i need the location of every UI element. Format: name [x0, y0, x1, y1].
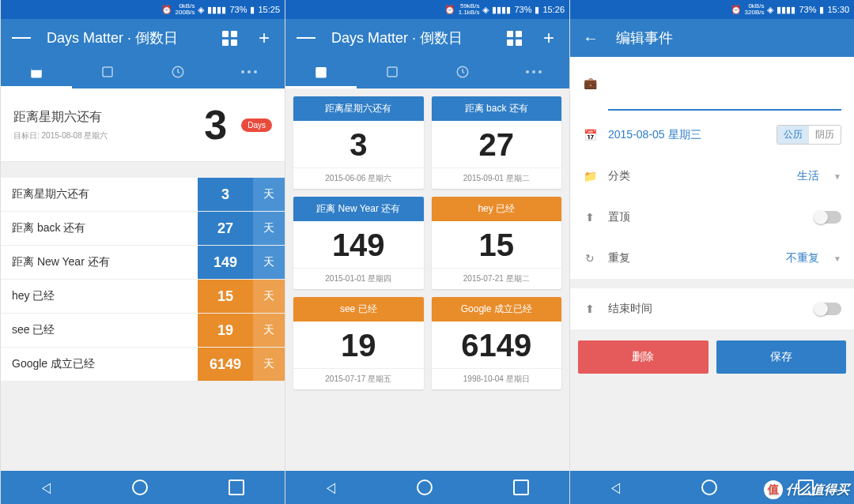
- list-label: Google 成立已经: [1, 348, 198, 381]
- event-card[interactable]: Google 成立已经 6149 1998-10-04 星期日: [432, 297, 562, 389]
- list-item[interactable]: see 已经 19 天: [1, 314, 285, 348]
- list-count: 15: [198, 280, 253, 313]
- grid-toggle-icon[interactable]: [504, 28, 523, 47]
- event-card[interactable]: 距离 New Year 还有 149 2015-01-01 星期四: [293, 197, 424, 289]
- repeat-row[interactable]: ↻ 重复 不重复▼: [570, 238, 854, 279]
- list-count: 149: [198, 246, 253, 279]
- card-count: 19: [293, 322, 424, 368]
- event-name-input[interactable]: [608, 106, 841, 111]
- event-card-grid: 距离星期六还有 3 2015-06-06 星期六距离 back 还有 27 20…: [285, 88, 569, 397]
- watermark: 值 什么值得买: [764, 480, 849, 499]
- event-list: 距离星期六还有 3 天距离 back 还有 27 天距离 New Year 还有…: [1, 178, 285, 382]
- list-unit: 天: [253, 280, 285, 313]
- list-item[interactable]: 距离 New Year 还有 149 天: [1, 246, 285, 280]
- end-switch[interactable]: [814, 303, 841, 315]
- card-date: 2015-07-21 星期二: [432, 268, 562, 289]
- nav-recent[interactable]: [513, 480, 529, 495]
- category-row[interactable]: 📁 分类 生活▼: [570, 156, 854, 197]
- status-bar: ⏰ 0kB/s200B/s ◈ ▮▮▮▮ 73% ▮ 15:25: [1, 0, 285, 19]
- days-badge: Days: [241, 118, 272, 132]
- nav-home[interactable]: [417, 480, 433, 495]
- card-date: 1998-10-04 星期日: [432, 368, 562, 389]
- event-card[interactable]: 距离 back 还有 27 2015-09-01 星期二: [432, 96, 562, 189]
- list-count: 19: [198, 314, 253, 347]
- nav-home[interactable]: [701, 480, 717, 495]
- card-count: 6149: [432, 322, 562, 368]
- nav-back[interactable]: ◁: [327, 479, 335, 496]
- tab-more[interactable]: [214, 57, 285, 88]
- list-item[interactable]: Google 成立已经 6149 天: [1, 348, 285, 382]
- pin-icon: ⬆: [583, 210, 597, 224]
- alarm-icon: ⏰: [161, 5, 172, 15]
- tab-calendar[interactable]: [285, 57, 357, 88]
- list-unit: 天: [253, 314, 285, 347]
- end-icon: ⬆: [583, 302, 597, 316]
- date-value: 2015-08-05 星期三: [608, 128, 765, 142]
- list-item[interactable]: 距离 back 还有 27 天: [1, 212, 285, 246]
- signal-icon: ▮▮▮▮: [207, 5, 226, 15]
- event-card[interactable]: 距离星期六还有 3 2015-06-06 星期六: [293, 96, 424, 189]
- card-head: Google 成立已经: [432, 297, 562, 322]
- battery-icon: ▮: [250, 5, 255, 15]
- nav-back[interactable]: ◁: [42, 479, 51, 496]
- end-time-row[interactable]: ⬆ 结束时间: [570, 288, 854, 329]
- card-date: 2015-09-01 星期二: [432, 167, 562, 189]
- status-bar: ⏰ 0kB/s320B/s ◈▮▮▮▮ 73%▮ 15:30: [570, 0, 854, 19]
- featured-title: 距离星期六还有: [13, 109, 195, 126]
- alarm-icon: ⏰: [444, 5, 455, 15]
- screen-edit-event: ⏰ 0kB/s320B/s ◈▮▮▮▮ 73%▮ 15:30 ← 编辑事件 💼 …: [569, 0, 854, 504]
- tab-clock[interactable]: [143, 57, 214, 88]
- menu-icon[interactable]: [297, 28, 316, 47]
- list-unit: 天: [253, 246, 285, 279]
- svg-rect-1: [31, 67, 42, 70]
- add-icon[interactable]: +: [255, 28, 274, 47]
- svg-rect-5: [387, 67, 397, 77]
- nav-back[interactable]: ◁: [611, 479, 620, 496]
- alarm-icon: ⏰: [731, 5, 742, 15]
- calendar-type-toggle[interactable]: 公历 阴历: [777, 125, 841, 145]
- screen-list-view: ⏰ 0kB/s200B/s ◈ ▮▮▮▮ 73% ▮ 15:25 Days Ma…: [0, 0, 285, 504]
- list-count: 6149: [198, 348, 253, 381]
- list-label: 距离 New Year 还有: [1, 246, 198, 279]
- featured-event[interactable]: 距离星期六还有 目标日: 2015-08-08 星期六 3 Days: [1, 88, 285, 162]
- wifi-icon: ◈: [198, 5, 204, 15]
- pin-row[interactable]: ⬆ 置顶: [570, 197, 854, 238]
- screen-grid-view: ⏰ 59kB/s1.1kB/s ◈▮▮▮▮ 73%▮ 15:26 Days Ma…: [285, 0, 569, 504]
- tab-calendar[interactable]: [1, 57, 72, 88]
- grid-toggle-icon[interactable]: [220, 28, 239, 47]
- nav-home[interactable]: [132, 480, 148, 495]
- card-date: 2015-07-17 星期五: [293, 368, 424, 389]
- save-button[interactable]: 保存: [716, 340, 847, 374]
- status-bar: ⏰ 59kB/s1.1kB/s ◈▮▮▮▮ 73%▮ 15:26: [285, 0, 569, 19]
- android-nav-bar: ◁: [1, 471, 285, 504]
- back-icon[interactable]: ←: [581, 28, 600, 47]
- repeat-icon: ↻: [583, 251, 597, 265]
- list-item[interactable]: hey 已经 15 天: [1, 280, 285, 314]
- tab-more[interactable]: [498, 57, 569, 88]
- tab-list[interactable]: [72, 57, 143, 88]
- delete-button[interactable]: 删除: [578, 340, 709, 374]
- menu-icon[interactable]: [12, 28, 31, 47]
- card-date: 2015-01-01 星期四: [293, 268, 424, 289]
- list-label: hey 已经: [1, 280, 198, 313]
- card-count: 27: [432, 121, 562, 167]
- app-bar: Days Matter · 倒数日 +: [1, 19, 285, 57]
- pin-switch[interactable]: [814, 211, 841, 224]
- add-icon[interactable]: +: [539, 28, 558, 47]
- card-date: 2015-06-06 星期六: [293, 167, 424, 189]
- list-count: 27: [198, 212, 253, 245]
- card-head: 距离 New Year 还有: [293, 197, 424, 221]
- tab-clock[interactable]: [428, 57, 499, 88]
- event-card[interactable]: see 已经 19 2015-07-17 星期五: [293, 297, 424, 389]
- date-row[interactable]: 📅 2015-08-05 星期三 公历 阴历: [570, 114, 854, 156]
- event-card[interactable]: hey 已经 15 2015-07-21 星期二: [432, 197, 562, 289]
- edit-title: 编辑事件: [616, 28, 843, 47]
- briefcase-icon: 💼: [583, 76, 597, 90]
- list-unit: 天: [253, 178, 285, 211]
- tab-list[interactable]: [357, 57, 428, 88]
- card-count: 15: [432, 221, 562, 268]
- list-label: 距离星期六还有: [1, 178, 198, 211]
- nav-recent[interactable]: [229, 480, 244, 495]
- list-item[interactable]: 距离星期六还有 3 天: [1, 178, 285, 212]
- folder-icon: 📁: [583, 169, 597, 183]
